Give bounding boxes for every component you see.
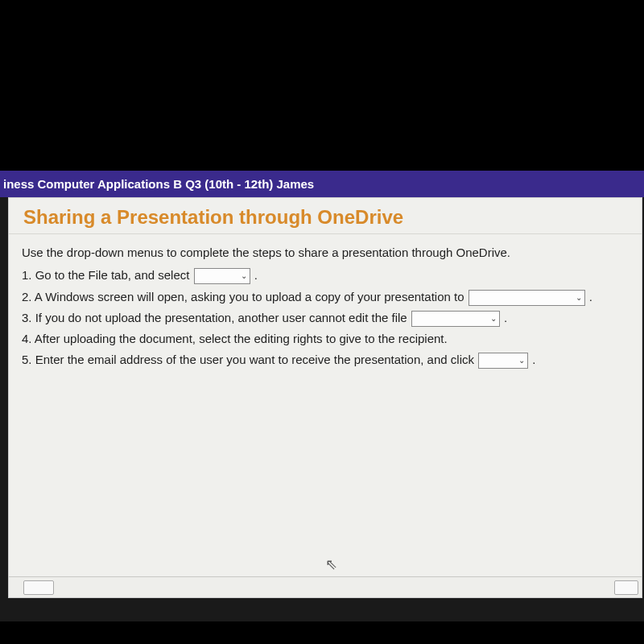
step-1-text-a: 1. Go to the File tab, and select bbox=[22, 268, 193, 282]
step-1: 1. Go to the File tab, and select ⌄ . bbox=[22, 265, 629, 286]
chevron-down-icon: ⌄ bbox=[241, 270, 247, 284]
course-header: iness Computer Applications B Q3 (10th -… bbox=[0, 171, 644, 197]
page-title: Sharing a Presentation through OneDrive bbox=[9, 198, 642, 234]
step-5-text-a: 5. Enter the email address of the user y… bbox=[22, 353, 477, 366]
app-window: iness Computer Applications B Q3 (10th -… bbox=[0, 171, 644, 621]
content-card: Sharing a Presentation through OneDrive … bbox=[8, 197, 642, 598]
chevron-down-icon: ⌄ bbox=[576, 291, 582, 305]
step-2-text-a: 2. A Windows screen will open, asking yo… bbox=[22, 290, 468, 303]
chevron-down-icon: ⌄ bbox=[518, 354, 525, 369]
black-bottom-bar bbox=[0, 621, 644, 644]
dropdown-step-3[interactable]: ⌄ bbox=[411, 311, 500, 327]
step-2: 2. A Windows screen will open, asking yo… bbox=[22, 287, 629, 308]
step-3-text-a: 3. If you do not upload the presentation… bbox=[22, 311, 411, 324]
instruction-lead: Use the drop-down menus to complete the … bbox=[22, 242, 629, 263]
footer-left-button[interactable] bbox=[23, 580, 54, 595]
dropdown-step-1[interactable]: ⌄ bbox=[194, 268, 250, 284]
step-3: 3. If you do not upload the presentation… bbox=[22, 308, 629, 328]
step-4: 4. After uploading the document, select … bbox=[22, 328, 629, 349]
step-4-text: 4. After uploading the document, select … bbox=[22, 332, 448, 345]
instruction-block: Use the drop-down menus to complete the … bbox=[9, 234, 642, 373]
dropdown-step-5[interactable]: ⌄ bbox=[478, 353, 528, 369]
cursor-icon: ⇖ bbox=[325, 555, 337, 573]
step-2-text-b: . bbox=[589, 290, 592, 303]
step-1-text-b: . bbox=[254, 268, 258, 282]
step-5: 5. Enter the email address of the user y… bbox=[22, 349, 629, 370]
dropdown-step-2[interactable]: ⌄ bbox=[469, 290, 585, 306]
course-title: iness Computer Applications B Q3 (10th -… bbox=[3, 177, 314, 191]
chevron-down-icon: ⌄ bbox=[490, 312, 497, 326]
footer-right-button[interactable] bbox=[614, 580, 638, 595]
footer-strip bbox=[9, 576, 642, 597]
step-3-text-b: . bbox=[504, 311, 507, 324]
step-5-text-b: . bbox=[532, 353, 535, 366]
